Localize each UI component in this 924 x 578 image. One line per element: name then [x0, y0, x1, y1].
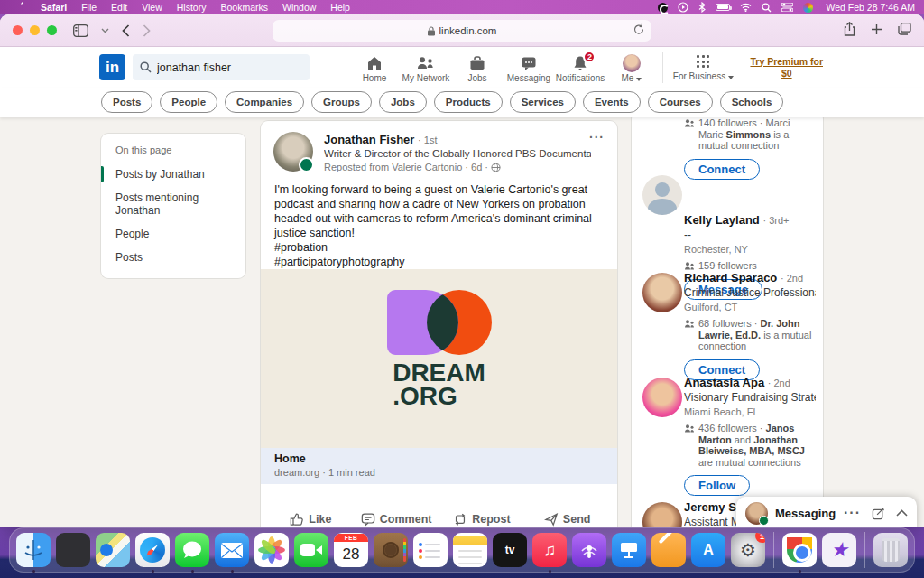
post-author-headline: Writer & Director of the Globally Honore…: [324, 148, 591, 159]
dock-notes-icon[interactable]: [453, 533, 487, 567]
forward-button[interactable]: [143, 24, 151, 37]
on-this-page-people[interactable]: People: [101, 222, 245, 246]
dock-contacts-icon[interactable]: [374, 533, 408, 567]
person-avatar[interactable]: [642, 175, 682, 215]
nav-for-business[interactable]: For Business: [669, 53, 737, 81]
search-box[interactable]: [133, 54, 310, 80]
menu-view[interactable]: View: [134, 2, 170, 13]
filter-jobs[interactable]: Jobs: [379, 91, 427, 113]
new-tab-icon[interactable]: [871, 22, 882, 36]
control-center-icon[interactable]: [781, 3, 793, 12]
search-input[interactable]: [157, 61, 302, 74]
post-link-preview[interactable]: Home dream.org · 1 min read: [261, 448, 617, 484]
post-author-avatar[interactable]: [273, 132, 313, 172]
person-avatar[interactable]: [642, 378, 682, 417]
messaging-panel[interactable]: Messaging ···: [736, 497, 917, 527]
menu-edit[interactable]: Edit: [104, 2, 134, 13]
wifi-icon[interactable]: [740, 3, 752, 12]
send-button[interactable]: Send: [524, 504, 610, 527]
person-name[interactable]: Anastasia Apa: [684, 376, 764, 389]
filter-products[interactable]: Products: [434, 91, 503, 113]
zoom-window-button[interactable]: [47, 25, 57, 35]
dock-reminders-icon[interactable]: [413, 533, 448, 567]
dock-mail-icon[interactable]: [215, 533, 249, 567]
reload-icon[interactable]: [633, 23, 644, 37]
sidebar-chevron-icon[interactable]: [101, 28, 109, 33]
sidebar-toggle-icon[interactable]: [73, 24, 88, 37]
dock-photos-icon[interactable]: [254, 533, 289, 567]
dock-podcasts-icon[interactable]: [572, 533, 606, 567]
filter-services[interactable]: Services: [510, 91, 576, 113]
dock-maps-icon[interactable]: [96, 533, 130, 567]
person-avatar[interactable]: [642, 502, 682, 527]
nav-notifications[interactable]: 2 Notifications: [554, 52, 605, 83]
tab-overview-icon[interactable]: [898, 22, 911, 36]
dock-chrome-icon[interactable]: [782, 533, 817, 567]
play-circle-icon[interactable]: [678, 2, 688, 13]
linkedin-logo[interactable]: in: [99, 54, 125, 80]
menu-bookmarks[interactable]: Bookmarks: [213, 2, 275, 13]
dock-calendar-icon[interactable]: FEB28: [334, 533, 368, 567]
on-this-page-posts-by[interactable]: Posts by Jonathan: [101, 163, 245, 186]
filter-posts[interactable]: Posts: [101, 91, 152, 113]
dock-music-icon[interactable]: ♫: [532, 533, 567, 567]
filter-groups[interactable]: Groups: [311, 91, 372, 113]
filter-events[interactable]: Events: [583, 91, 641, 113]
dock-imovie-icon[interactable]: ★: [822, 533, 856, 567]
nav-my-network[interactable]: My Network: [400, 52, 451, 83]
person-name[interactable]: Kelly Layland: [684, 213, 760, 227]
on-this-page-posts[interactable]: Posts: [101, 246, 245, 269]
dock-messages-icon[interactable]: [175, 533, 209, 567]
battery-icon[interactable]: [716, 4, 730, 11]
chevron-up-icon[interactable]: [896, 509, 908, 517]
dock-settings-icon[interactable]: ⚙1: [731, 533, 765, 567]
repost-button[interactable]: Repost: [439, 504, 525, 527]
filter-courses[interactable]: Courses: [648, 91, 713, 113]
dock-finder-icon[interactable]: [16, 533, 51, 567]
filter-companies[interactable]: Companies: [225, 91, 304, 113]
bluetooth-icon[interactable]: [698, 2, 706, 13]
dock-safari-icon[interactable]: [135, 533, 170, 567]
back-button[interactable]: [122, 24, 130, 37]
menu-window[interactable]: Window: [275, 2, 323, 13]
nav-jobs[interactable]: Jobs: [451, 52, 503, 83]
filter-schools[interactable]: Schools: [720, 91, 784, 113]
post-image[interactable]: DREAM .ORG: [261, 269, 617, 448]
share-icon[interactable]: [844, 22, 855, 36]
menu-help[interactable]: Help: [323, 2, 357, 13]
menu-history[interactable]: History: [170, 2, 214, 13]
nav-messaging[interactable]: Messaging: [503, 52, 554, 83]
post-hashtag[interactable]: #participatoryphotography: [274, 255, 604, 269]
nav-home[interactable]: Home: [348, 52, 400, 83]
dock-launchpad-icon[interactable]: [56, 533, 90, 567]
person-avatar[interactable]: [642, 273, 682, 312]
dock-trash-icon[interactable]: [873, 533, 908, 567]
like-button[interactable]: Like: [268, 504, 354, 527]
dock-facetime-icon[interactable]: [294, 533, 328, 567]
comment-button[interactable]: Comment: [354, 504, 439, 527]
dock-appstore-icon[interactable]: A: [691, 533, 725, 567]
person-name[interactable]: Richard Sparaco: [684, 271, 777, 284]
follow-button[interactable]: Follow: [684, 475, 750, 496]
menu-file[interactable]: File: [74, 2, 104, 13]
app-circle-icon[interactable]: [658, 3, 668, 13]
color-app-icon[interactable]: [803, 3, 813, 13]
menu-safari[interactable]: Safari: [33, 2, 74, 13]
dock-pages-icon[interactable]: [651, 533, 686, 567]
minimize-window-button[interactable]: [30, 25, 40, 35]
try-premium-link[interactable]: Try Premium for $0: [750, 56, 823, 79]
dock-appletv-icon[interactable]: tv: [493, 533, 527, 567]
post-author-name[interactable]: Jonathan Fisher: [324, 133, 414, 146]
apple-menu-icon[interactable]: [9, 1, 33, 14]
on-this-page-posts-mentioning[interactable]: Posts mentioning Jonathan: [101, 186, 245, 222]
messaging-options-icon[interactable]: ···: [844, 505, 861, 521]
spotlight-icon[interactable]: [762, 3, 772, 13]
post-hashtag[interactable]: #probation: [274, 240, 604, 255]
dock-keynote-icon[interactable]: [612, 533, 646, 567]
filter-people[interactable]: People: [160, 91, 217, 113]
compose-icon[interactable]: [872, 507, 885, 520]
nav-me[interactable]: Me: [605, 52, 657, 83]
post-options-button[interactable]: ···: [589, 130, 605, 144]
close-window-button[interactable]: [13, 25, 23, 35]
address-bar[interactable]: linkedin.com: [273, 20, 651, 42]
